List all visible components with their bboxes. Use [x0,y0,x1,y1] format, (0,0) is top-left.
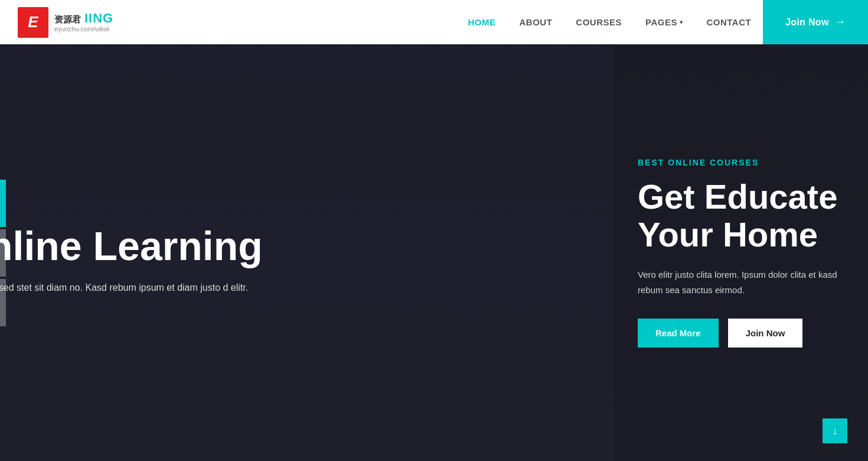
hero-title-line2: Your Home [638,216,844,254]
nav-about[interactable]: ABOUT [520,17,553,27]
logo-text: 资源君 IING eyunzhu.com/vdisk [54,11,113,33]
header-join-button[interactable]: Join Now → [763,0,868,44]
scroll-down-button[interactable]: ↓ [823,418,847,443]
hero-tag: BEST ONLINE COURSES [638,158,844,167]
nav-contact[interactable]: CONTACT [706,17,751,27]
join-arrow-icon: → [835,16,846,28]
nav-home[interactable]: HOME [468,17,496,27]
hero-left-title: nline Learning [0,224,263,268]
join-now-button[interactable]: Join Now [728,319,803,348]
slide-navigation [0,178,6,327]
hero-right-panel: BEST ONLINE COURSES Get Educate Your Hom… [614,44,868,461]
read-more-button[interactable]: Read More [638,319,719,348]
logo-brand: IING [84,11,113,25]
hero-left-description: at sed stet sit diam no. Kasd rebum ipsu… [0,280,263,296]
main-nav: HOME ABOUT COURSES PAGES ▾ CONTACT [165,17,763,27]
slide-dot-2[interactable] [0,229,6,277]
hero-main-title: Get Educate Your Home [638,178,844,254]
hero-title-line1: Get Educate [638,178,844,216]
pages-dropdown-icon: ▾ [680,19,683,25]
slide-dot-1[interactable] [0,180,6,227]
slide-dot-3[interactable] [0,279,6,326]
logo-area: E 资源君 IING eyunzhu.com/vdisk [0,7,165,38]
logo-subtitle: eyunzhu.com/vdisk [54,25,113,33]
scroll-arrow-icon: ↓ [833,425,838,437]
logo-icon: E [18,7,48,38]
hero-action-buttons: Read More Join Now [638,319,844,348]
hero-left-content: nline Learning at sed stet sit diam no. … [0,224,263,296]
nav-courses[interactable]: COURSES [576,17,622,27]
logo-chinese: 资源君 [54,14,81,25]
hero-description: Vero elitr justo clita lorem. Ipsum dolo… [638,267,844,297]
nav-pages[interactable]: PAGES ▾ [645,17,683,27]
header: E 资源君 IING eyunzhu.com/vdisk HOME ABOUT … [0,0,868,44]
